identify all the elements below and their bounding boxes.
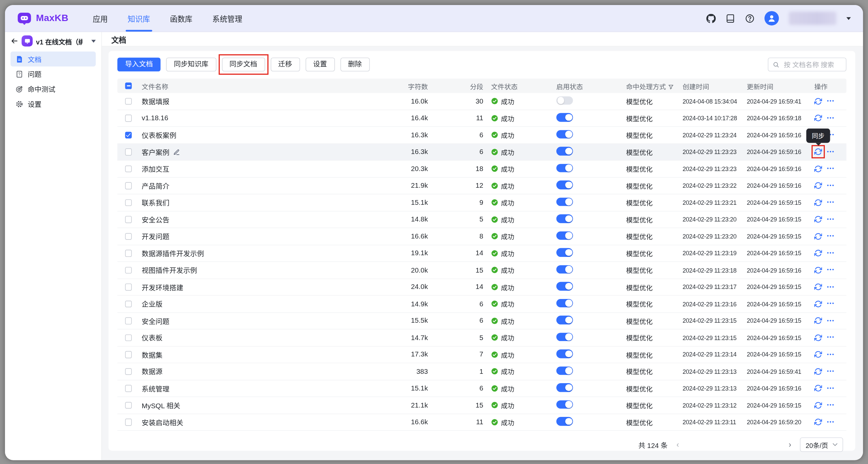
more-actions-button[interactable]: ••• xyxy=(827,352,835,357)
help-icon[interactable] xyxy=(745,14,754,23)
sync-icon[interactable] xyxy=(814,266,822,274)
enable-toggle[interactable] xyxy=(556,349,573,358)
sidebar-item-documents[interactable]: 文档 xyxy=(10,52,95,66)
document-name[interactable]: 开发环境搭建 xyxy=(142,284,183,291)
enable-toggle[interactable] xyxy=(556,113,573,122)
row-checkbox[interactable] xyxy=(125,148,132,155)
row-checkbox[interactable] xyxy=(125,385,132,392)
table-row[interactable]: 添加交互 20.3k 18 xyxy=(117,161,846,178)
nav-item-function-lib[interactable]: 函数库 xyxy=(170,5,192,32)
chevron-down-icon[interactable] xyxy=(846,17,850,20)
sync-icon[interactable] xyxy=(814,233,822,240)
document-name[interactable]: 数据源 xyxy=(142,368,162,376)
table-row[interactable]: 产品简介 21.9k 12 xyxy=(117,177,846,194)
document-name[interactable]: 开发问题 xyxy=(142,233,169,241)
row-checkbox[interactable] xyxy=(125,98,132,105)
search-box[interactable] xyxy=(768,58,846,71)
row-checkbox[interactable] xyxy=(125,368,132,375)
search-input[interactable] xyxy=(783,60,842,69)
document-name[interactable]: 仪表板案例 xyxy=(142,132,176,140)
enable-toggle[interactable] xyxy=(556,164,573,173)
enable-toggle[interactable] xyxy=(556,299,573,307)
table-row[interactable]: 联系我们 15.1k 9 xyxy=(117,194,846,212)
row-checkbox[interactable] xyxy=(125,216,132,223)
document-name[interactable]: 数据集 xyxy=(142,351,162,359)
more-actions-button[interactable]: ••• xyxy=(827,285,835,290)
more-actions-button[interactable]: ••• xyxy=(827,234,835,239)
table-row[interactable]: 客户案例 16.3k 6 xyxy=(117,144,846,161)
more-actions-button[interactable]: ••• xyxy=(827,149,835,154)
github-icon[interactable] xyxy=(706,14,716,23)
sync-icon[interactable] xyxy=(814,401,822,409)
row-checkbox[interactable] xyxy=(125,402,132,409)
more-actions-button[interactable]: ••• xyxy=(827,268,835,273)
edit-icon[interactable] xyxy=(173,149,180,155)
sync-icon[interactable] xyxy=(814,317,822,325)
table-row[interactable]: 数据填报 16.0k 30 xyxy=(117,93,846,110)
nav-item-system-admin[interactable]: 系统管理 xyxy=(212,5,243,32)
enable-toggle[interactable] xyxy=(556,96,573,105)
enable-toggle[interactable] xyxy=(556,197,573,206)
row-checkbox[interactable] xyxy=(125,267,132,274)
sync-icon[interactable] xyxy=(814,384,822,392)
more-actions-button[interactable]: ••• xyxy=(827,369,835,374)
sync-icon[interactable] xyxy=(814,300,822,308)
document-name[interactable]: 视图插件开发示例 xyxy=(142,267,197,275)
sync-icon[interactable] xyxy=(814,283,822,290)
more-actions-button[interactable]: ••• xyxy=(827,386,835,391)
sidebar-item-hit-test[interactable]: 命中测试 xyxy=(10,82,95,97)
toolbar-button[interactable]: 迁移 xyxy=(271,58,300,71)
sidebar-item-questions[interactable]: ? 问题 xyxy=(10,66,95,82)
row-checkbox[interactable] xyxy=(125,182,132,189)
document-name[interactable]: 安全公告 xyxy=(142,216,169,224)
sync-icon[interactable] xyxy=(814,97,822,105)
table-row[interactable]: 数据集 17.3k 7 xyxy=(117,346,846,364)
docs-book-icon[interactable] xyxy=(726,14,735,23)
table-row[interactable]: 企业版 14.9k 6 xyxy=(117,296,846,313)
enable-toggle[interactable] xyxy=(556,147,573,155)
document-name[interactable]: 数据填报 xyxy=(142,98,169,106)
table-row[interactable]: 数据源插件开发示例 19.1k 14 xyxy=(117,245,846,262)
document-name[interactable]: 添加交互 xyxy=(142,166,169,174)
more-actions-button[interactable]: ••• xyxy=(827,251,835,255)
table-row[interactable]: 开发环境搭建 24.0k 14 xyxy=(117,279,846,296)
row-checkbox[interactable] xyxy=(125,317,132,324)
toolbar-button[interactable]: 同步知识库 xyxy=(166,58,216,71)
table-row[interactable]: 仪表板 14.7k 5 xyxy=(117,329,846,346)
sync-icon[interactable] xyxy=(814,367,822,375)
toolbar-button[interactable]: 设置 xyxy=(305,58,335,71)
more-actions-button[interactable]: ••• xyxy=(827,98,835,103)
row-checkbox[interactable] xyxy=(125,115,132,122)
knowledge-base-selector[interactable]: v1 在线文档（绑定... xyxy=(10,34,95,48)
enable-toggle[interactable] xyxy=(556,383,573,392)
enable-toggle[interactable] xyxy=(556,316,573,324)
sync-icon[interactable] xyxy=(814,114,822,122)
sync-icon[interactable] xyxy=(814,334,822,341)
row-checkbox[interactable] xyxy=(125,300,132,307)
brand-logo[interactable]: MaxKB xyxy=(17,12,68,25)
table-row[interactable]: 仪表板案例 16.3k 6 xyxy=(117,127,846,144)
row-checkbox[interactable] xyxy=(125,419,132,426)
enable-toggle[interactable] xyxy=(556,231,573,240)
document-name[interactable]: 企业版 xyxy=(142,301,162,308)
enable-toggle[interactable] xyxy=(556,180,573,189)
document-name[interactable]: 安装启动相关 xyxy=(142,419,183,427)
sidebar-item-settings[interactable]: 设置 xyxy=(10,96,95,111)
prev-page-icon[interactable]: ‹ xyxy=(676,441,679,448)
enable-toggle[interactable] xyxy=(556,400,573,409)
document-name[interactable]: 仪表板 xyxy=(142,335,162,342)
nav-item-apps[interactable]: 应用 xyxy=(93,5,108,32)
row-checkbox[interactable] xyxy=(125,284,132,290)
enable-toggle[interactable] xyxy=(556,265,573,274)
enable-toggle[interactable] xyxy=(556,282,573,290)
more-actions-button[interactable]: ••• xyxy=(827,301,835,306)
enable-toggle[interactable] xyxy=(556,248,573,257)
table-row[interactable]: 安全公告 14.8k 5 xyxy=(117,211,846,228)
more-actions-button[interactable]: ••• xyxy=(827,200,835,205)
sync-icon[interactable] xyxy=(814,351,822,359)
enable-toggle[interactable] xyxy=(556,417,573,426)
document-name[interactable]: 数据源插件开发示例 xyxy=(142,250,204,258)
sync-icon[interactable] xyxy=(814,148,822,156)
table-row[interactable]: 系统管理 15.1k 6 xyxy=(117,380,846,397)
page-size-select[interactable]: 20条/页 xyxy=(800,437,843,452)
